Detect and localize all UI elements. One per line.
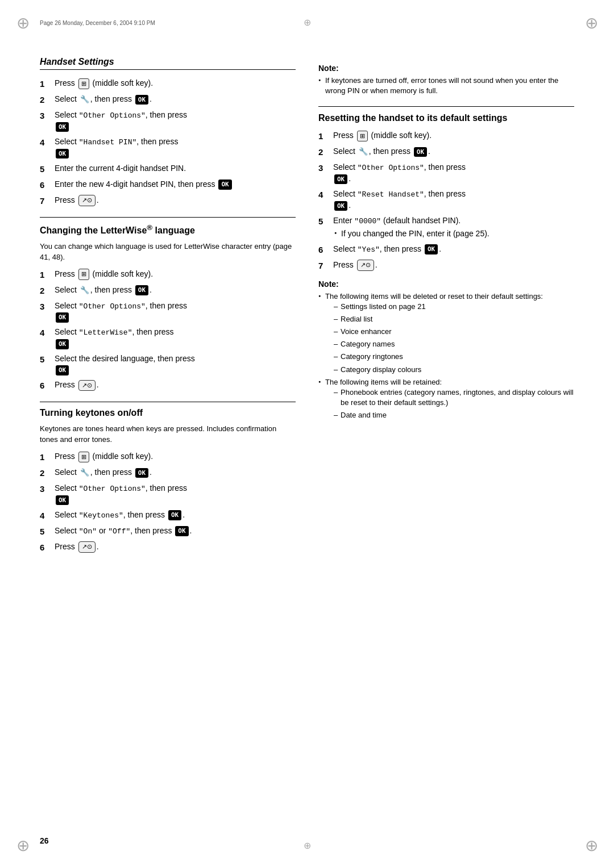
- offhook-icon: ↗⊙: [78, 195, 96, 206]
- ok-button: OK: [56, 365, 69, 375]
- section-title-handset-settings: Handset Settings: [40, 57, 296, 70]
- note-content-2: The following items will be deleted or r…: [318, 291, 574, 421]
- handset-settings-steps: 1 Press ⊞ (middle soft key). 2 Select 🔧,…: [40, 78, 296, 207]
- ok-button: OK: [175, 526, 188, 536]
- deleted-item: Category display colours: [334, 365, 574, 375]
- ok-button: OK: [56, 312, 69, 322]
- left-column: Handset Settings 1 Press ⊞ (middle soft …: [40, 57, 296, 557]
- step-hs-1: 1 Press ⊞ (middle soft key).: [40, 78, 296, 90]
- ok-button: OK: [56, 339, 69, 349]
- page-meta: Page 26 Monday, December 6, 2004 9:10 PM: [40, 20, 155, 26]
- page-container: ⊕ ⊕ ⊕ ⊕ ⊕ ⊕ Page 26 Monday, December 6, …: [0, 0, 614, 868]
- corner-decoration-tr: ⊕: [580, 11, 603, 34]
- ok-button: OK: [168, 510, 181, 520]
- note-section-2: Note: The following items will be delete…: [318, 279, 574, 421]
- step-hs-6: 6 Enter the new 4-digit handset PIN, the…: [40, 179, 296, 191]
- mid-key-icon: ⊞: [78, 78, 89, 89]
- page-number: 26: [40, 836, 49, 845]
- corner-decoration-bl: ⊕: [11, 834, 34, 857]
- wrench-icon: 🔧: [359, 147, 368, 157]
- right-column: Note: If keytones are turned off, error …: [318, 57, 574, 557]
- deleted-items-list: Settings listed on page 21 Redial list V…: [334, 302, 574, 375]
- wrench-icon: 🔧: [80, 94, 89, 105]
- mid-key-icon: ⊞: [357, 131, 368, 141]
- keytones-steps: 1 Press ⊞ (middle soft key). 2 Select 🔧,…: [40, 451, 296, 553]
- step-hs-3: 3 Select "Other Options", then press OK: [40, 110, 296, 132]
- step-kt-3: 3 Select "Other Options", then press OK: [40, 483, 296, 506]
- step-lw-5: 5 Select the desired language, then pres…: [40, 353, 296, 375]
- mid-key-icon: ⊞: [78, 269, 89, 279]
- section-divider-2: [40, 402, 296, 402]
- ok-button: OK: [425, 244, 438, 254]
- note-deleted-header: The following items will be deleted or r…: [318, 291, 574, 375]
- step-lw-3: 3 Select "Other Options", then press OK: [40, 301, 296, 323]
- ok-button: OK: [56, 149, 69, 158]
- step-lw-1: 1 Press ⊞ (middle soft key).: [40, 269, 296, 281]
- note-content-1: If keytones are turned off, error tones …: [318, 76, 574, 96]
- deleted-item: Settings listed on page 21: [334, 302, 574, 312]
- reset-steps: 1 Press ⊞ (middle soft key). 2 Select 🔧,…: [318, 130, 574, 271]
- deleted-item: Voice enhancer: [334, 327, 574, 337]
- step-rs-7: 7 Press ↗⊙.: [318, 260, 574, 272]
- step-rs-5: 5 Enter "0000" (default handset PIN). If…: [318, 215, 574, 240]
- letterwise-description: You can change which language is used fo…: [40, 241, 296, 263]
- section-title-reset: Resetting the handset to its default set…: [318, 112, 574, 124]
- center-mark-bottom: ⊕: [304, 840, 311, 851]
- note-title-1: Note:: [318, 64, 574, 73]
- corner-decoration-tl: ⊕: [11, 11, 34, 34]
- ok-button: OK: [218, 180, 231, 189]
- ok-button: OK: [56, 122, 69, 132]
- ok-button: OK: [135, 95, 148, 105]
- ok-button: OK: [414, 147, 427, 157]
- step-rs-2: 2 Select 🔧, then press OK.: [318, 146, 574, 158]
- deleted-item: Category ringtones: [334, 352, 574, 362]
- step-rs-5-sub: If you changed the PIN, enter it (page 2…: [341, 228, 574, 240]
- letterwise-steps: 1 Press ⊞ (middle soft key). 2 Select 🔧,…: [40, 269, 296, 392]
- deleted-item: Category names: [334, 339, 574, 349]
- center-mark-top: ⊕: [304, 17, 311, 28]
- mid-key-icon: ⊞: [78, 452, 89, 462]
- keytones-description: Keytones are tones heard when keys are p…: [40, 424, 296, 445]
- step-hs-4: 4 Select "Handset PIN", then press OK: [40, 136, 296, 159]
- offhook-icon: ↗⊙: [357, 260, 374, 270]
- deleted-item: Redial list: [334, 314, 574, 324]
- wrench-icon: 🔧: [80, 285, 89, 295]
- section-divider-right: [318, 106, 574, 107]
- ok-button: OK: [334, 201, 347, 211]
- section-title-keytones: Turning keytones on/off: [40, 408, 296, 418]
- section-divider-1: [40, 217, 296, 218]
- ok-button: OK: [135, 285, 148, 295]
- ok-button: OK: [135, 468, 148, 478]
- step-lw-4: 4 Select "LetterWise", then press OK: [40, 327, 296, 349]
- step-kt-6: 6 Press ↗⊙.: [40, 541, 296, 553]
- step-rs-3: 3 Select "Other Options", then press OK.: [318, 162, 574, 185]
- retained-item: Date and time: [334, 410, 574, 420]
- step-kt-1: 1 Press ⊞ (middle soft key).: [40, 451, 296, 463]
- corner-decoration-br: ⊕: [580, 834, 603, 857]
- step-hs-7: 7 Press ↗⊙.: [40, 195, 296, 207]
- section-title-letterwise: Changing the LetterWise® language: [40, 223, 296, 236]
- step-rs-1: 1 Press ⊞ (middle soft key).: [318, 130, 574, 142]
- retained-items-list: Phonebook entries (category names, ringt…: [334, 387, 574, 421]
- retained-item: Phonebook entries (category names, ringt…: [334, 387, 574, 408]
- step-lw-2: 2 Select 🔧, then press OK.: [40, 285, 296, 297]
- step-kt-4: 4 Select "Keytones", then press OK.: [40, 510, 296, 521]
- step-hs-5: 5 Enter the current 4-digit handset PIN.: [40, 163, 296, 175]
- wrench-icon: 🔧: [80, 468, 89, 478]
- note-title-2: Note:: [318, 279, 574, 289]
- step-lw-6: 6 Press ↗⊙.: [40, 379, 296, 391]
- note-retained-header: The following items will be retained: Ph…: [318, 377, 574, 421]
- step-kt-2: 2 Select 🔧, then press OK.: [40, 467, 296, 479]
- note-item: If keytones are turned off, error tones …: [318, 76, 574, 96]
- offhook-icon: ↗⊙: [78, 541, 96, 552]
- step-hs-2: 2 Select 🔧, then press OK.: [40, 94, 296, 106]
- step-rs-4: 4 Select "Reset Handset", then press OK.: [318, 189, 574, 211]
- step-kt-5: 5 Select "On" or "Off", then press OK.: [40, 525, 296, 537]
- ok-button: OK: [56, 495, 69, 505]
- ok-button: OK: [334, 174, 347, 184]
- offhook-icon: ↗⊙: [78, 380, 96, 391]
- step-rs-6: 6 Select "Yes", then press OK.: [318, 244, 574, 256]
- note-section-1: Note: If keytones are turned off, error …: [318, 64, 574, 96]
